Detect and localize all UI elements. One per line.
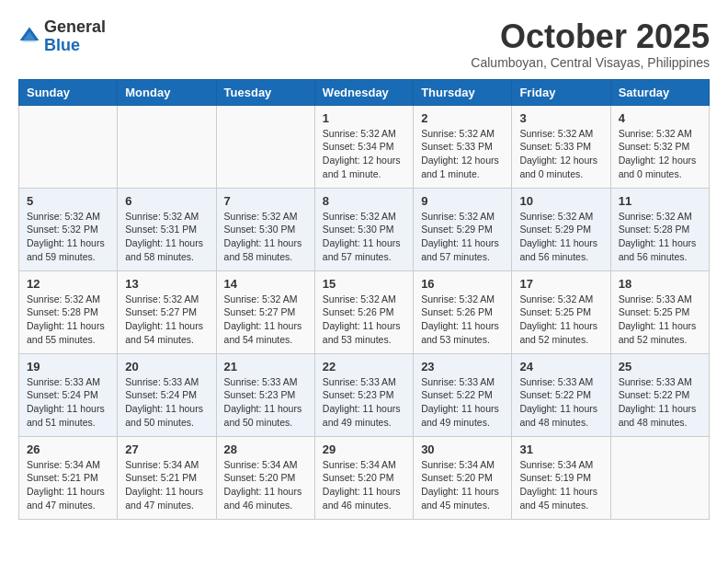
calendar-cell: 15Sunrise: 5:32 AM Sunset: 5:26 PM Dayli…: [314, 270, 413, 353]
day-number: 12: [27, 277, 109, 291]
calendar-cell: 8Sunrise: 5:32 AM Sunset: 5:30 PM Daylig…: [314, 188, 413, 270]
cell-content: Sunrise: 5:33 AM Sunset: 5:24 PM Dayligh…: [125, 375, 208, 430]
cell-content: Sunrise: 5:32 AM Sunset: 5:32 PM Dayligh…: [619, 127, 701, 181]
logo-general: General: [44, 17, 106, 36]
cell-content: Sunrise: 5:33 AM Sunset: 5:25 PM Dayligh…: [619, 293, 701, 347]
calendar-cell: 7Sunrise: 5:32 AM Sunset: 5:30 PM Daylig…: [216, 188, 314, 270]
cell-content: Sunrise: 5:32 AM Sunset: 5:29 PM Dayligh…: [519, 210, 602, 264]
cell-content: Sunrise: 5:32 AM Sunset: 5:26 PM Dayligh…: [421, 293, 504, 347]
day-header-monday: Monday: [118, 79, 216, 105]
cell-content: Sunrise: 5:32 AM Sunset: 5:34 PM Dayligh…: [323, 127, 405, 181]
day-number: 7: [224, 194, 307, 208]
cell-content: Sunrise: 5:34 AM Sunset: 5:19 PM Dayligh…: [519, 458, 602, 512]
cell-content: Sunrise: 5:32 AM Sunset: 5:32 PM Dayligh…: [27, 210, 109, 264]
calendar-cell: 9Sunrise: 5:32 AM Sunset: 5:29 PM Daylig…: [414, 188, 512, 270]
cell-content: Sunrise: 5:32 AM Sunset: 5:31 PM Dayligh…: [125, 210, 208, 264]
calendar-cell: [118, 105, 216, 188]
cell-content: Sunrise: 5:32 AM Sunset: 5:33 PM Dayligh…: [421, 127, 504, 181]
week-row-4: 19Sunrise: 5:33 AM Sunset: 5:24 PM Dayli…: [19, 353, 710, 436]
calendar-cell: 21Sunrise: 5:33 AM Sunset: 5:23 PM Dayli…: [216, 353, 314, 436]
cell-content: Sunrise: 5:32 AM Sunset: 5:29 PM Dayligh…: [421, 210, 504, 264]
cell-content: Sunrise: 5:33 AM Sunset: 5:23 PM Dayligh…: [323, 375, 405, 430]
calendar-cell: 14Sunrise: 5:32 AM Sunset: 5:27 PM Dayli…: [216, 270, 314, 353]
cell-content: Sunrise: 5:32 AM Sunset: 5:25 PM Dayligh…: [519, 293, 602, 347]
day-number: 29: [323, 442, 405, 456]
calendar-cell: 3Sunrise: 5:32 AM Sunset: 5:33 PM Daylig…: [512, 105, 610, 188]
cell-content: Sunrise: 5:34 AM Sunset: 5:20 PM Dayligh…: [323, 458, 405, 512]
calendar-cell: 25Sunrise: 5:33 AM Sunset: 5:22 PM Dayli…: [610, 353, 709, 436]
day-number: 27: [125, 442, 208, 456]
calendar-cell: 18Sunrise: 5:33 AM Sunset: 5:25 PM Dayli…: [610, 270, 709, 353]
cell-content: Sunrise: 5:32 AM Sunset: 5:30 PM Dayligh…: [224, 210, 307, 264]
cell-content: Sunrise: 5:32 AM Sunset: 5:33 PM Dayligh…: [519, 127, 602, 181]
day-number: 6: [125, 194, 208, 208]
cell-content: Sunrise: 5:34 AM Sunset: 5:20 PM Dayligh…: [224, 458, 307, 512]
calendar-cell: 24Sunrise: 5:33 AM Sunset: 5:22 PM Dayli…: [512, 353, 610, 436]
week-row-5: 26Sunrise: 5:34 AM Sunset: 5:21 PM Dayli…: [19, 436, 710, 519]
calendar-cell: 20Sunrise: 5:33 AM Sunset: 5:24 PM Dayli…: [118, 353, 216, 436]
day-number: 24: [519, 360, 602, 373]
logo: General Blue: [18, 18, 106, 55]
calendar-cell: 31Sunrise: 5:34 AM Sunset: 5:19 PM Dayli…: [512, 436, 610, 519]
calendar-cell: 4Sunrise: 5:32 AM Sunset: 5:32 PM Daylig…: [610, 105, 709, 188]
calendar-cell: 16Sunrise: 5:32 AM Sunset: 5:26 PM Dayli…: [414, 270, 512, 353]
week-row-2: 5Sunrise: 5:32 AM Sunset: 5:32 PM Daylig…: [19, 188, 710, 270]
calendar-cell: 29Sunrise: 5:34 AM Sunset: 5:20 PM Dayli…: [314, 436, 413, 519]
day-number: 10: [519, 194, 602, 208]
cell-content: Sunrise: 5:34 AM Sunset: 5:20 PM Dayligh…: [421, 458, 504, 512]
day-header-friday: Friday: [512, 79, 610, 105]
day-number: 26: [27, 442, 109, 456]
calendar-cell: 11Sunrise: 5:32 AM Sunset: 5:28 PM Dayli…: [610, 188, 709, 270]
title-block: October 2025 Calumboyan, Central Visayas…: [471, 18, 710, 70]
location-subtitle: Calumboyan, Central Visayas, Philippines: [471, 55, 710, 70]
day-number: 23: [421, 360, 504, 373]
page-header: General Blue October 2025 Calumboyan, Ce…: [18, 18, 710, 70]
day-number: 2: [421, 111, 504, 125]
calendar-cell: 1Sunrise: 5:32 AM Sunset: 5:34 PM Daylig…: [314, 105, 413, 188]
cell-content: Sunrise: 5:32 AM Sunset: 5:26 PM Dayligh…: [323, 293, 405, 347]
calendar-cell: [610, 436, 709, 519]
day-header-saturday: Saturday: [610, 79, 709, 105]
day-number: 20: [125, 360, 208, 373]
calendar-cell: 26Sunrise: 5:34 AM Sunset: 5:21 PM Dayli…: [19, 436, 118, 519]
day-number: 16: [421, 277, 504, 291]
day-number: 13: [125, 277, 208, 291]
calendar-cell: 17Sunrise: 5:32 AM Sunset: 5:25 PM Dayli…: [512, 270, 610, 353]
calendar-cell: [216, 105, 314, 188]
day-number: 21: [224, 360, 307, 373]
day-number: 17: [519, 277, 602, 291]
calendar-cell: 2Sunrise: 5:32 AM Sunset: 5:33 PM Daylig…: [414, 105, 512, 188]
day-header-tuesday: Tuesday: [216, 79, 314, 105]
calendar-cell: 28Sunrise: 5:34 AM Sunset: 5:20 PM Dayli…: [216, 436, 314, 519]
calendar-cell: [19, 105, 118, 188]
calendar-cell: 6Sunrise: 5:32 AM Sunset: 5:31 PM Daylig…: [118, 188, 216, 270]
cell-content: Sunrise: 5:33 AM Sunset: 5:24 PM Dayligh…: [27, 375, 109, 430]
logo-text: General Blue: [44, 18, 106, 55]
day-number: 3: [519, 111, 602, 125]
calendar-cell: 30Sunrise: 5:34 AM Sunset: 5:20 PM Dayli…: [414, 436, 512, 519]
calendar-cell: 12Sunrise: 5:32 AM Sunset: 5:28 PM Dayli…: [19, 270, 118, 353]
day-number: 31: [519, 442, 602, 456]
week-row-3: 12Sunrise: 5:32 AM Sunset: 5:28 PM Dayli…: [19, 270, 710, 353]
cell-content: Sunrise: 5:33 AM Sunset: 5:22 PM Dayligh…: [519, 375, 602, 430]
cell-content: Sunrise: 5:34 AM Sunset: 5:21 PM Dayligh…: [27, 458, 109, 512]
day-number: 18: [619, 277, 701, 291]
calendar-cell: 27Sunrise: 5:34 AM Sunset: 5:21 PM Dayli…: [118, 436, 216, 519]
cell-content: Sunrise: 5:34 AM Sunset: 5:21 PM Dayligh…: [125, 458, 208, 512]
day-number: 22: [323, 360, 405, 373]
day-number: 11: [619, 194, 701, 208]
day-number: 9: [421, 194, 504, 208]
calendar-table: SundayMondayTuesdayWednesdayThursdayFrid…: [18, 79, 710, 520]
day-number: 28: [224, 442, 307, 456]
cell-content: Sunrise: 5:33 AM Sunset: 5:23 PM Dayligh…: [224, 375, 307, 430]
day-number: 5: [27, 194, 109, 208]
calendar-cell: 19Sunrise: 5:33 AM Sunset: 5:24 PM Dayli…: [19, 353, 118, 436]
day-number: 19: [27, 360, 109, 373]
cell-content: Sunrise: 5:32 AM Sunset: 5:28 PM Dayligh…: [27, 293, 109, 347]
day-header-sunday: Sunday: [19, 79, 118, 105]
day-header-wednesday: Wednesday: [314, 79, 413, 105]
logo-icon: [18, 26, 40, 48]
calendar-cell: 5Sunrise: 5:32 AM Sunset: 5:32 PM Daylig…: [19, 188, 118, 270]
logo-blue: Blue: [44, 36, 80, 54]
day-number: 4: [619, 111, 701, 125]
